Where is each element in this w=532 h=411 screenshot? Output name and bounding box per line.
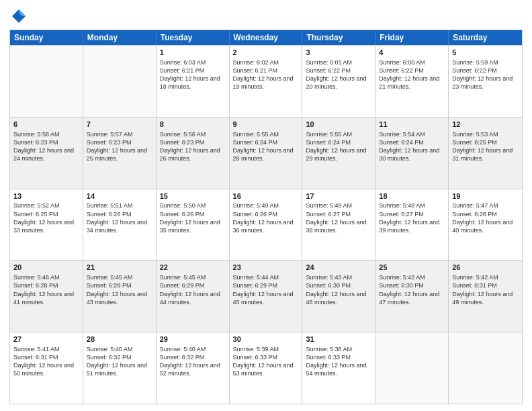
calendar-week-1: 1Sunrise: 6:03 AM Sunset: 6:21 PM Daylig… — [10, 45, 522, 117]
calendar-cell: 22Sunrise: 5:45 AM Sunset: 6:29 PM Dayli… — [157, 261, 230, 332]
cell-info: Sunrise: 6:01 AM Sunset: 6:22 PM Dayligh… — [306, 58, 371, 91]
calendar-cell: 12Sunrise: 5:53 AM Sunset: 6:25 PM Dayli… — [449, 118, 522, 189]
cell-day-number: 4 — [379, 48, 445, 58]
day-header-tuesday: Tuesday — [157, 30, 230, 45]
calendar-week-4: 20Sunrise: 5:46 AM Sunset: 6:28 PM Dayli… — [10, 260, 522, 332]
cell-info: Sunrise: 5:40 AM Sunset: 6:32 PM Dayligh… — [160, 345, 226, 378]
cell-day-number: 22 — [160, 263, 226, 273]
cell-day-number: 17 — [306, 191, 371, 201]
calendar-body: 1Sunrise: 6:03 AM Sunset: 6:21 PM Daylig… — [10, 45, 522, 404]
cell-info: Sunrise: 5:48 AM Sunset: 6:27 PM Dayligh… — [379, 201, 445, 234]
cell-day-number: 24 — [306, 263, 371, 273]
calendar-cell: 14Sunrise: 5:51 AM Sunset: 6:26 PM Dayli… — [83, 189, 157, 261]
calendar-cell — [449, 332, 522, 404]
calendar-cell: 21Sunrise: 5:45 AM Sunset: 6:28 PM Dayli… — [83, 261, 157, 332]
cell-day-number: 28 — [87, 334, 152, 345]
calendar-cell: 1Sunrise: 6:03 AM Sunset: 6:21 PM Daylig… — [157, 46, 230, 117]
logo — [9, 7, 31, 26]
calendar-cell: 29Sunrise: 5:40 AM Sunset: 6:32 PM Dayli… — [157, 332, 230, 404]
calendar-cell: 8Sunrise: 5:56 AM Sunset: 6:23 PM Daylig… — [157, 118, 230, 189]
cell-info: Sunrise: 5:49 AM Sunset: 6:26 PM Dayligh… — [233, 201, 299, 234]
calendar-cell — [10, 46, 83, 117]
calendar-cell: 23Sunrise: 5:44 AM Sunset: 6:29 PM Dayli… — [230, 261, 303, 332]
cell-info: Sunrise: 5:44 AM Sunset: 6:29 PM Dayligh… — [233, 273, 299, 306]
cell-day-number: 9 — [233, 120, 299, 130]
calendar-header-row: SundayMondayTuesdayWednesdayThursdayFrid… — [10, 30, 522, 45]
cell-info: Sunrise: 5:55 AM Sunset: 6:24 PM Dayligh… — [233, 130, 299, 163]
calendar-week-5: 27Sunrise: 5:41 AM Sunset: 6:31 PM Dayli… — [10, 332, 522, 404]
cell-info: Sunrise: 5:40 AM Sunset: 6:32 PM Dayligh… — [87, 345, 152, 378]
cell-day-number: 3 — [306, 48, 371, 58]
calendar-cell: 7Sunrise: 5:57 AM Sunset: 6:23 PM Daylig… — [83, 118, 157, 189]
cell-day-number: 8 — [160, 120, 226, 130]
calendar-cell: 24Sunrise: 5:43 AM Sunset: 6:30 PM Dayli… — [302, 261, 375, 332]
cell-day-number: 27 — [13, 334, 79, 345]
cell-day-number: 10 — [306, 120, 371, 130]
cell-day-number: 19 — [452, 191, 519, 201]
cell-info: Sunrise: 5:45 AM Sunset: 6:28 PM Dayligh… — [87, 273, 152, 306]
cell-day-number: 15 — [160, 191, 226, 201]
cell-info: Sunrise: 5:45 AM Sunset: 6:29 PM Dayligh… — [160, 273, 226, 306]
calendar-cell: 20Sunrise: 5:46 AM Sunset: 6:28 PM Dayli… — [10, 261, 83, 332]
cell-day-number: 26 — [452, 263, 519, 273]
calendar-cell: 30Sunrise: 5:39 AM Sunset: 6:33 PM Dayli… — [230, 332, 303, 404]
cell-day-number: 6 — [13, 120, 79, 130]
cell-day-number: 1 — [160, 48, 226, 58]
calendar-cell: 4Sunrise: 6:00 AM Sunset: 6:22 PM Daylig… — [375, 46, 449, 117]
cell-day-number: 2 — [233, 48, 299, 58]
cell-info: Sunrise: 5:39 AM Sunset: 6:33 PM Dayligh… — [233, 345, 299, 378]
page-header — [9, 7, 523, 26]
cell-info: Sunrise: 5:51 AM Sunset: 6:26 PM Dayligh… — [87, 201, 152, 234]
cell-day-number: 20 — [13, 263, 79, 273]
calendar-cell: 5Sunrise: 5:59 AM Sunset: 6:22 PM Daylig… — [449, 46, 522, 117]
cell-day-number: 29 — [160, 334, 226, 345]
day-header-saturday: Saturday — [449, 30, 522, 45]
cell-info: Sunrise: 6:00 AM Sunset: 6:22 PM Dayligh… — [379, 58, 445, 91]
cell-info: Sunrise: 5:52 AM Sunset: 6:25 PM Dayligh… — [13, 201, 79, 234]
cell-info: Sunrise: 5:49 AM Sunset: 6:27 PM Dayligh… — [306, 201, 371, 234]
calendar-cell: 3Sunrise: 6:01 AM Sunset: 6:22 PM Daylig… — [302, 46, 375, 117]
cell-info: Sunrise: 5:47 AM Sunset: 6:28 PM Dayligh… — [452, 201, 519, 234]
cell-day-number: 18 — [379, 191, 445, 201]
cell-day-number: 16 — [233, 191, 299, 201]
calendar-cell: 19Sunrise: 5:47 AM Sunset: 6:28 PM Dayli… — [449, 189, 522, 261]
calendar-cell: 10Sunrise: 5:55 AM Sunset: 6:24 PM Dayli… — [302, 118, 375, 189]
cell-info: Sunrise: 5:43 AM Sunset: 6:30 PM Dayligh… — [306, 273, 371, 306]
cell-day-number: 7 — [87, 120, 152, 130]
calendar-cell: 11Sunrise: 5:54 AM Sunset: 6:24 PM Dayli… — [375, 118, 449, 189]
cell-info: Sunrise: 5:46 AM Sunset: 6:28 PM Dayligh… — [13, 273, 79, 306]
cell-info: Sunrise: 5:38 AM Sunset: 6:33 PM Dayligh… — [306, 345, 371, 378]
cell-day-number: 13 — [13, 191, 79, 201]
calendar-cell: 2Sunrise: 6:02 AM Sunset: 6:21 PM Daylig… — [230, 46, 303, 117]
cell-info: Sunrise: 6:02 AM Sunset: 6:21 PM Dayligh… — [233, 58, 299, 91]
cell-info: Sunrise: 5:56 AM Sunset: 6:23 PM Dayligh… — [160, 130, 226, 163]
calendar-cell: 16Sunrise: 5:49 AM Sunset: 6:26 PM Dayli… — [230, 189, 303, 261]
cell-day-number: 25 — [379, 263, 445, 273]
cell-info: Sunrise: 6:03 AM Sunset: 6:21 PM Dayligh… — [160, 58, 226, 91]
day-header-wednesday: Wednesday — [230, 30, 303, 45]
calendar-cell: 28Sunrise: 5:40 AM Sunset: 6:32 PM Dayli… — [83, 332, 157, 404]
calendar-cell: 31Sunrise: 5:38 AM Sunset: 6:33 PM Dayli… — [302, 332, 375, 404]
cell-day-number: 12 — [452, 120, 519, 130]
calendar-week-2: 6Sunrise: 5:58 AM Sunset: 6:23 PM Daylig… — [10, 117, 522, 189]
cell-day-number: 21 — [87, 263, 152, 273]
calendar-cell: 9Sunrise: 5:55 AM Sunset: 6:24 PM Daylig… — [230, 118, 303, 189]
calendar: SundayMondayTuesdayWednesdayThursdayFrid… — [9, 30, 523, 404]
cell-info: Sunrise: 5:57 AM Sunset: 6:23 PM Dayligh… — [87, 130, 152, 163]
cell-day-number: 11 — [379, 120, 445, 130]
calendar-cell: 25Sunrise: 5:42 AM Sunset: 6:30 PM Dayli… — [375, 261, 449, 332]
day-header-monday: Monday — [83, 30, 157, 45]
calendar-cell: 18Sunrise: 5:48 AM Sunset: 6:27 PM Dayli… — [375, 189, 449, 261]
calendar-cell: 13Sunrise: 5:52 AM Sunset: 6:25 PM Dayli… — [10, 189, 83, 261]
calendar-cell: 6Sunrise: 5:58 AM Sunset: 6:23 PM Daylig… — [10, 118, 83, 189]
cell-day-number: 31 — [306, 334, 371, 345]
cell-info: Sunrise: 5:53 AM Sunset: 6:25 PM Dayligh… — [452, 130, 519, 163]
cell-info: Sunrise: 5:50 AM Sunset: 6:26 PM Dayligh… — [160, 201, 226, 234]
cell-day-number: 5 — [452, 48, 519, 58]
calendar-week-3: 13Sunrise: 5:52 AM Sunset: 6:25 PM Dayli… — [10, 189, 522, 261]
cell-day-number: 23 — [233, 263, 299, 273]
cell-info: Sunrise: 5:54 AM Sunset: 6:24 PM Dayligh… — [379, 130, 445, 163]
day-header-friday: Friday — [375, 30, 449, 45]
calendar-cell: 26Sunrise: 5:42 AM Sunset: 6:31 PM Dayli… — [449, 261, 522, 332]
day-header-thursday: Thursday — [302, 30, 375, 45]
